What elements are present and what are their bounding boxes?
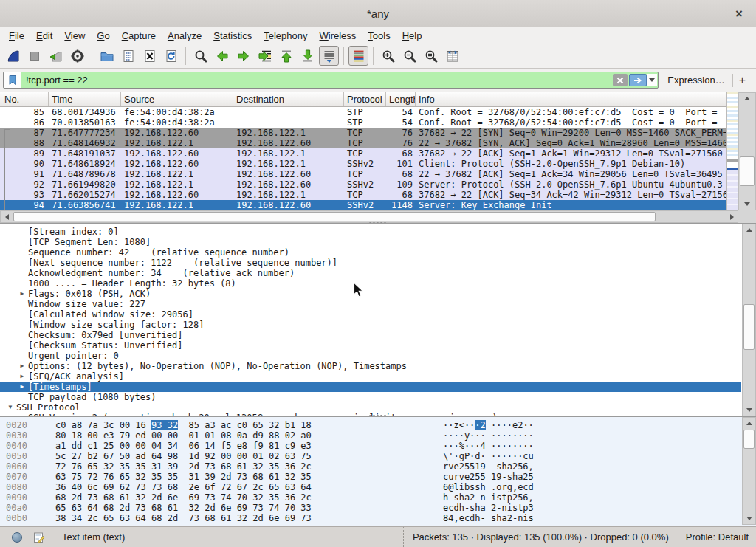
filter-bookmark-button[interactable]	[4, 72, 21, 88]
title-bar[interactable]: *any ×	[0, 0, 756, 27]
scrollbar-thumb[interactable]	[743, 304, 755, 350]
packet-row[interactable]: 90 71.648618924 192.168.122.60 192.168.1…	[0, 159, 726, 169]
detail-row[interactable]: [Next sequence number: 1122 (relative se…	[0, 258, 741, 268]
column-header[interactable]: Protocol	[344, 92, 386, 106]
stop-capture-button[interactable]	[24, 46, 44, 66]
menu-item[interactable]: Help	[396, 29, 428, 43]
scroll-up-button[interactable]	[739, 93, 755, 104]
filter-apply-button[interactable]	[629, 74, 647, 86]
expander-icon[interactable]: ▶	[16, 289, 28, 299]
hex-row[interactable]: 0060 72 76 65 32 35 35 31 39 2d 73 68 61…	[0, 461, 756, 472]
scrollbar-thumb[interactable]	[740, 156, 755, 186]
close-icon[interactable]: ×	[731, 6, 747, 22]
capture-comment-icon[interactable]	[32, 531, 46, 544]
menu-item[interactable]: Statistics	[207, 29, 258, 43]
go-to-packet-button[interactable]	[255, 46, 275, 66]
menu-item[interactable]: Edit	[30, 29, 58, 43]
detail-row[interactable]: [Stream index: 0]	[0, 227, 741, 237]
zoom-in-button[interactable]	[378, 46, 398, 66]
restart-capture-button[interactable]	[46, 46, 66, 66]
packet-list-vscrollbar[interactable]	[738, 92, 756, 210]
detail-row[interactable]: [Checksum Status: Unverified]	[0, 340, 741, 351]
profile-button[interactable]: Profile: Default	[678, 527, 756, 547]
packet-row[interactable]: 89 71.648191037 192.168.122.60 192.168.1…	[0, 148, 726, 159]
column-header[interactable]: Info	[416, 92, 738, 106]
column-header[interactable]: Destination	[233, 92, 344, 106]
expression-button[interactable]: Expression…	[659, 75, 732, 86]
expert-info-icon[interactable]	[12, 532, 22, 543]
reload-file-button[interactable]	[161, 46, 181, 66]
zoom-out-button[interactable]	[399, 46, 419, 66]
scrollbar-thumb[interactable]	[743, 430, 755, 449]
hex-row[interactable]: 0090 68 2d 73 68 61 32 2d 6e 69 73 74 70…	[0, 492, 756, 503]
scroll-down-button[interactable]	[743, 513, 755, 524]
expander-icon[interactable]: ▶	[16, 371, 28, 382]
packet-list-minimap[interactable]	[726, 92, 738, 210]
close-file-button[interactable]	[140, 46, 159, 66]
detail-row[interactable]: 1000 .... = Header Length: 32 bytes (8)	[0, 278, 741, 289]
go-last-button[interactable]	[298, 46, 317, 66]
detail-row[interactable]: Window size value: 227	[0, 299, 741, 309]
column-header[interactable]: Length	[386, 92, 416, 106]
resize-columns-button[interactable]	[442, 46, 462, 66]
open-file-button[interactable]	[97, 46, 117, 66]
detail-row[interactable]: Sequence number: 42 (relative sequence n…	[0, 247, 741, 258]
expander-icon[interactable]: ▶	[16, 361, 28, 371]
menu-item[interactable]: Go	[91, 29, 115, 43]
detail-row[interactable]: ▶ Options: (12 bytes), No-Operation (NOP…	[0, 361, 741, 371]
hex-row[interactable]: 0070 63 75 72 76 65 32 35 35 31 39 2d 73…	[0, 472, 756, 482]
detail-row[interactable]: Checksum: 0x79ed [unverified]	[0, 330, 741, 340]
expander-icon[interactable]: ▼	[4, 402, 16, 413]
packet-row[interactable]: 88 71.648146932 192.168.122.1 192.168.12…	[0, 138, 726, 148]
add-filter-button[interactable]: +	[733, 74, 752, 87]
find-packet-button[interactable]	[190, 46, 210, 66]
go-first-button[interactable]	[276, 46, 296, 66]
scroll-down-button[interactable]	[739, 199, 755, 210]
filter-history-dropdown[interactable]	[647, 74, 657, 86]
hex-row[interactable]: 00a0 65 63 64 68 2d 73 68 61 32 2d 6e 69…	[0, 503, 756, 513]
packet-row[interactable]: 92 71.661949820 192.168.122.1 192.168.12…	[0, 179, 726, 190]
detail-row[interactable]: [Window size scaling factor: 128]	[0, 320, 741, 330]
hex-row[interactable]: 00b0 38 34 2c 65 63 64 68 2d 73 68 61 32…	[0, 513, 756, 523]
hex-row[interactable]: 0030 80 18 00 e3 79 ed 00 00 01 01 08 0a…	[0, 430, 756, 441]
hex-vscrollbar[interactable]	[742, 417, 756, 525]
detail-row[interactable]: ▶ Flags: 0x018 (PSH, ACK)	[0, 289, 741, 299]
detail-row[interactable]: ▶ [Timestamps]	[0, 382, 741, 392]
go-back-button[interactable]	[212, 46, 232, 66]
detail-row[interactable]: Urgent pointer: 0	[0, 351, 741, 361]
hex-row[interactable]: 0040 a1 dd c1 25 00 00 04 34 06 14 f5 e8…	[0, 441, 756, 451]
packet-row[interactable]: 94 71.663856741 192.168.122.1 192.168.12…	[0, 200, 726, 210]
menu-item[interactable]: File	[3, 29, 30, 43]
menu-item[interactable]: View	[58, 29, 91, 43]
menu-item[interactable]: Wireless	[314, 29, 362, 43]
detail-row[interactable]: ▼ SSH Protocol	[0, 402, 741, 413]
display-filter-field[interactable]	[3, 72, 659, 89]
auto-scroll-toggle[interactable]	[319, 46, 339, 66]
pane-splitter-handle[interactable]	[368, 414, 388, 417]
save-file-button[interactable]	[118, 46, 138, 66]
hex-row[interactable]: 0080 36 40 6c 69 62 73 73 68 2e 6f 72 67…	[0, 482, 756, 492]
scroll-up-button[interactable]	[743, 418, 755, 429]
column-header[interactable]: Time	[49, 92, 121, 106]
menu-item[interactable]: Capture	[116, 29, 162, 43]
scroll-left-button[interactable]	[1, 211, 13, 222]
go-forward-button[interactable]	[233, 46, 253, 66]
menu-item[interactable]: Tools	[362, 29, 396, 43]
menu-item[interactable]: Analyze	[162, 29, 207, 43]
packet-row[interactable]: 93 71.662015274 192.168.122.60 192.168.1…	[0, 190, 726, 200]
packet-row[interactable]: 91 71.648789678 192.168.122.1 192.168.12…	[0, 169, 726, 179]
colorize-toggle[interactable]	[348, 46, 368, 66]
zoom-reset-button[interactable]	[421, 46, 441, 66]
scroll-down-button[interactable]	[743, 405, 755, 416]
detail-row[interactable]: ▶ [SEQ/ACK analysis]	[0, 371, 741, 382]
detail-row[interactable]: [Calculated window size: 29056]	[0, 309, 741, 320]
detail-vscrollbar[interactable]	[742, 224, 756, 416]
start-capture-button[interactable]	[3, 46, 23, 66]
hex-row[interactable]: 0020 c0 a8 7a 3c 00 16 93 32 85 a3 ac c0…	[0, 420, 756, 430]
scrollbar-thumb[interactable]	[13, 212, 656, 221]
column-header[interactable]: No.	[0, 92, 49, 106]
display-filter-input[interactable]	[21, 75, 611, 86]
scroll-right-button[interactable]	[726, 211, 738, 222]
hex-row[interactable]: 0050 5c 27 b2 67 50 ad 64 98 1d 92 00 00…	[0, 451, 756, 461]
packet-row[interactable]: 85 68.001734936 fe:54:00:d4:38:2a STP 54…	[0, 107, 726, 117]
